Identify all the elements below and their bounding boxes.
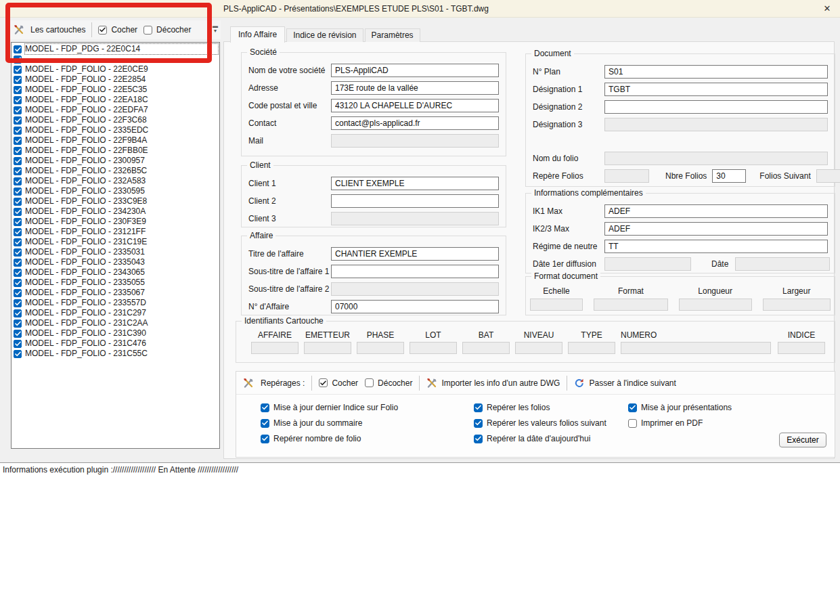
checkbox-box[interactable] [14, 218, 22, 226]
checkbox-box[interactable] [474, 435, 483, 443]
executer-button[interactable]: Exécuter [779, 433, 826, 447]
checkbox-box[interactable] [143, 26, 152, 35]
checkbox-box[interactable] [14, 238, 22, 246]
list-item[interactable]: MODEL - FDP_FOLIO - 231C2AA [12, 318, 219, 328]
checkbox-box[interactable] [14, 350, 22, 358]
checkbox-box[interactable] [261, 435, 269, 443]
list-item[interactable]: MODEL - FDP_FOLIO - 2335055 [12, 278, 219, 288]
nom-societe-field[interactable] [331, 64, 499, 77]
checkbox-box[interactable] [474, 403, 483, 412]
sous-titre1-field[interactable] [331, 265, 499, 278]
checkbox-box[interactable] [628, 403, 637, 412]
list-item[interactable]: MODEL - FDP_FOLIO - 2326B5C [12, 166, 219, 176]
indice-suivant-button[interactable]: Passer à l'indice suivant [574, 378, 676, 389]
list-item[interactable]: MODEL - FDP_FOLIO - 231C476 [12, 338, 219, 349]
checkbox-box[interactable] [14, 208, 22, 216]
checkbox-box[interactable] [474, 419, 483, 428]
list-item[interactable]: MODEL - FDP_FOLIO - 22EDFA7 [12, 105, 219, 115]
checkbox-box[interactable] [14, 147, 22, 155]
list-item[interactable]: MODEL - FDP_FOLIO - 234230A [12, 206, 219, 217]
option-reperer-valeurs-folios[interactable]: Repérer les valeurs folios suivant [474, 418, 628, 428]
list-item[interactable]: MODEL - FDP_FOLIO - 232A583 [12, 176, 219, 186]
list-item[interactable]: MODEL - FDP_FOLIO - 22E5C35 [12, 85, 219, 95]
num-plan-field[interactable] [604, 65, 828, 79]
checkbox-box[interactable] [628, 419, 637, 428]
option-maj-presentations[interactable]: Mise à jour présentations [628, 403, 732, 412]
option-reperer-folios[interactable]: Repérer les folios [474, 403, 628, 412]
list-item[interactable]: MODEL - FDP_FOLIO - 22E0CE9 [12, 64, 219, 74]
checkbox-box[interactable] [14, 289, 22, 297]
checkbox-box[interactable] [319, 378, 328, 387]
list-item[interactable]: MODEL - FDP_FOLIO - 22FBB0E [12, 146, 219, 156]
list-item-obscured[interactable] [12, 54, 219, 64]
list-item[interactable]: MODEL - FDP_FOLIO - 231C390 [12, 328, 219, 338]
list-item[interactable]: MODEL - FDP_FOLIO - 2335031 [12, 247, 219, 257]
importer-dwg-button[interactable]: Importer les info d'un autre DWG [426, 378, 560, 389]
checkbox-box[interactable] [14, 96, 22, 104]
list-item-selected[interactable]: MODEL - FDP_PDG - 22E0C14 [12, 44, 219, 54]
designation1-field[interactable] [604, 83, 828, 96]
checkbox-box[interactable] [14, 269, 22, 277]
checkbox-box[interactable] [14, 157, 22, 165]
checkbox-box[interactable] [98, 26, 107, 35]
client1-field[interactable] [331, 177, 499, 190]
tab-parametres[interactable]: Paramètres [365, 28, 420, 42]
num-affaire-field[interactable] [331, 300, 499, 313]
option-maj-sommaire[interactable]: Mise à jour du sommaire [261, 418, 474, 428]
list-item[interactable]: MODEL - FDP_FOLIO - 22F9B4A [12, 135, 219, 146]
list-item[interactable]: MODEL - FDP_FOLIO - 23121FF [12, 227, 219, 237]
code-postal-field[interactable] [331, 99, 499, 112]
checkbox-box[interactable] [14, 320, 22, 328]
list-item[interactable]: MODEL - FDP_FOLIO - 2343065 [12, 267, 219, 278]
checkbox-box[interactable] [14, 259, 22, 267]
checkbox-box[interactable] [14, 279, 22, 287]
option-reperer-nombre-folio[interactable]: Repérer nombre de folio [261, 434, 474, 443]
ik1-max-field[interactable] [604, 204, 828, 218]
contact-field[interactable] [331, 116, 499, 130]
list-item[interactable]: MODEL - FDP_FOLIO - 231C19E [12, 237, 219, 247]
client2-field[interactable] [331, 194, 499, 208]
option-maj-indice-folio[interactable]: Mise à jour dernier Indice sur Folio [261, 403, 474, 412]
list-item[interactable]: MODEL - FDP_FOLIO - 22EA18C [12, 95, 219, 105]
list-item[interactable]: MODEL - FDP_FOLIO - 230F3E9 [12, 217, 219, 227]
tab-indice-revision[interactable]: Indice de révision [286, 28, 363, 42]
titre-affaire-field[interactable] [331, 247, 499, 261]
list-item[interactable]: MODEL - FDP_FOLIO - 231C55C [12, 349, 219, 359]
checkbox-box[interactable] [14, 106, 22, 114]
list-item[interactable]: MODEL - FDP_FOLIO - 233557D [12, 298, 219, 308]
nbre-folios-field[interactable] [712, 169, 746, 183]
reperages-decocher-checkbox[interactable]: Décocher [365, 378, 412, 388]
list-item[interactable]: MODEL - FDP_FOLIO - 231C297 [12, 308, 219, 318]
checkbox-box[interactable] [14, 177, 22, 185]
option-imprimer-pdf[interactable]: Imprimer en PDF [628, 418, 732, 428]
checkbox-box[interactable] [14, 45, 22, 53]
decocher-all-checkbox[interactable]: Décocher [143, 25, 191, 35]
list-item[interactable]: MODEL - FDP_FOLIO - 2335043 [12, 257, 219, 267]
cartouche-list[interactable]: MODEL - FDP_PDG - 22E0C14 MODEL - FDP_FO… [11, 42, 220, 449]
toolbar-overflow-icon[interactable]: ▬▾ [211, 24, 219, 35]
list-item[interactable]: MODEL - FDP_FOLIO - 22E2854 [12, 74, 219, 85]
checkbox-box[interactable] [14, 198, 22, 206]
checkbox-box[interactable] [261, 403, 269, 412]
checkbox-box[interactable] [14, 127, 22, 135]
option-reperer-date[interactable]: Repérer la dâte d'aujourd'hui [474, 434, 628, 443]
reperages-cocher-checkbox[interactable]: Cocher [319, 378, 358, 388]
list-item[interactable]: MODEL - FDP_FOLIO - 22F3C68 [12, 115, 219, 125]
checkbox-box[interactable] [261, 419, 269, 428]
checkbox-box[interactable] [14, 330, 22, 338]
checkbox-box[interactable] [14, 137, 22, 145]
regime-neutre-field[interactable] [604, 240, 828, 253]
checkbox-box[interactable] [14, 167, 22, 175]
checkbox-box[interactable] [14, 76, 22, 84]
checkbox-box[interactable] [14, 116, 22, 125]
checkbox-box[interactable] [14, 56, 22, 64]
adresse-field[interactable] [331, 81, 499, 95]
checkbox-box[interactable] [14, 86, 22, 94]
list-item[interactable]: MODEL - FDP_FOLIO - 2335067 [12, 288, 219, 298]
ik23-max-field[interactable] [604, 222, 828, 236]
checkbox-box[interactable] [14, 228, 22, 236]
checkbox-box[interactable] [14, 66, 22, 74]
list-item[interactable]: MODEL - FDP_FOLIO - 2300957 [12, 156, 219, 166]
checkbox-box[interactable] [14, 299, 22, 307]
close-icon[interactable]: ✕ [820, 2, 835, 16]
